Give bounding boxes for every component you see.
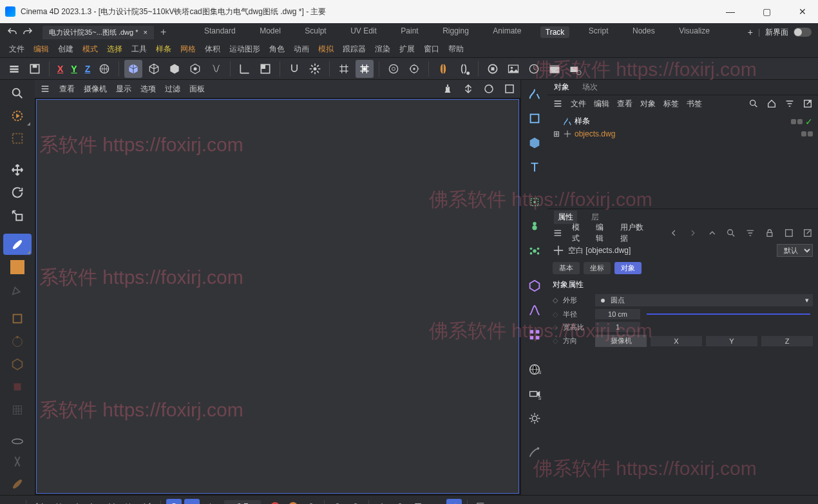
render-picture-icon[interactable] (504, 60, 522, 78)
cube-wire-icon[interactable] (145, 60, 163, 78)
poly-mode-icon[interactable] (3, 377, 32, 398)
material-icon[interactable] (524, 443, 545, 463)
layout-standard[interactable]: Standard (199, 26, 241, 38)
layout-animate[interactable]: Animate (488, 26, 526, 38)
document-tab[interactable]: 电力设计院35~...图纸 .dwg * × (43, 26, 154, 39)
layout-add-button[interactable]: + (748, 27, 753, 37)
new-tab-button[interactable]: + (154, 26, 173, 38)
key-settings-icon[interactable] (303, 499, 319, 504)
axis-y-toggle[interactable]: Y (68, 64, 79, 74)
render-view-icon[interactable] (484, 60, 502, 78)
layout-track[interactable]: Track (540, 26, 570, 38)
vp-menu-view[interactable]: 查看 (59, 84, 75, 95)
prev-key-icon[interactable] (50, 499, 65, 504)
vp-menu-camera[interactable]: 摄像机 (84, 84, 107, 95)
world-axis-icon[interactable] (95, 60, 113, 78)
symmetry-icon[interactable] (434, 60, 452, 78)
menu-tools[interactable]: 工具 (131, 44, 147, 55)
render-settings-icon[interactable] (405, 60, 423, 78)
attr-forward-icon[interactable] (688, 228, 698, 238)
preset-select[interactable]: 默认 (777, 244, 813, 257)
menu-file[interactable]: 文件 (9, 44, 24, 55)
point-snap-icon[interactable] (356, 60, 374, 78)
key-param-icon[interactable] (410, 499, 426, 504)
radius-slider[interactable] (647, 313, 810, 315)
tab-takes[interactable]: 场次 (582, 82, 598, 93)
vp-menu-filter[interactable]: 过滤 (165, 84, 180, 95)
tab-object[interactable]: 对象 (554, 82, 569, 93)
menu-mesh[interactable]: 网格 (180, 44, 196, 55)
vp-menu-options[interactable]: 选项 (140, 84, 156, 95)
fcurve-icon[interactable] (473, 499, 488, 504)
minimize-button[interactable]: — (720, 6, 741, 17)
clapper-settings-icon[interactable] (566, 60, 584, 78)
orient-y-button[interactable]: Y (706, 336, 757, 346)
visibility-check-icon[interactable]: ✓ (805, 117, 813, 127)
rectangle-icon[interactable] (524, 108, 545, 129)
light-icon[interactable]: ST (524, 384, 545, 404)
expand-icon[interactable]: ⊞ (553, 129, 560, 138)
subdivision-icon[interactable] (186, 60, 204, 78)
vp-pan-icon[interactable] (442, 83, 453, 95)
scale-tool-icon[interactable] (3, 205, 32, 226)
orient-x-button[interactable]: X (651, 336, 702, 346)
magnet-icon[interactable] (285, 60, 303, 78)
layout-script[interactable]: Script (584, 26, 614, 38)
layout-visualize[interactable]: Visualize (674, 26, 715, 38)
menu-volume[interactable]: 体积 (205, 44, 220, 55)
layout-paint[interactable]: Paint (395, 26, 423, 38)
obj-menu-object[interactable]: 对象 (640, 98, 656, 109)
generator-icon[interactable] (524, 216, 545, 237)
spline-pen-icon[interactable] (524, 84, 545, 104)
attr-menu-userdata[interactable]: 用户数据 (620, 222, 651, 244)
ratio-input[interactable]: 1 (595, 322, 640, 332)
layer-color-icon[interactable] (3, 256, 32, 277)
attr-menu-edit[interactable]: 编辑 (596, 222, 611, 244)
key-pos-icon[interactable] (330, 499, 345, 504)
autokey-record-icon[interactable] (285, 499, 301, 504)
attr-search-icon[interactable] (726, 228, 736, 238)
autokey-icon[interactable]: A (184, 499, 200, 504)
menu-help[interactable]: 帮助 (448, 44, 464, 55)
obj-menu-bookmarks[interactable]: 书签 (687, 98, 702, 109)
vp-menu-panel[interactable]: 面板 (189, 84, 205, 95)
attr-burger-icon[interactable] (553, 228, 563, 238)
rect-select-icon[interactable] (3, 128, 32, 149)
cloner-icon[interactable] (524, 241, 545, 261)
maximize-button[interactable]: ▢ (756, 6, 777, 17)
vp-zoom-icon[interactable] (462, 83, 474, 95)
undo-icon[interactable] (6, 26, 18, 38)
menu-simulate[interactable]: 模拟 (318, 44, 334, 55)
keyframe-dot-icon[interactable]: ◇ (553, 323, 559, 331)
symmetry-settings-icon[interactable] (455, 60, 473, 78)
subtab-coord[interactable]: 坐标 (584, 262, 611, 274)
panel-home-icon[interactable] (766, 98, 777, 109)
menu-window[interactable]: 窗口 (424, 44, 439, 55)
record-icon[interactable] (267, 499, 283, 504)
radius-input[interactable]: 10 cm (595, 309, 640, 319)
layout-nodes[interactable]: Nodes (627, 26, 660, 38)
deformer-icon[interactable] (207, 60, 225, 78)
menu-mograph[interactable]: 运动图形 (229, 44, 260, 55)
keyframe-dot-icon[interactable]: ◇ (553, 296, 559, 304)
object-tree[interactable]: 样条 ✓ ⊞ objects.dwg (547, 112, 818, 209)
menu-create[interactable]: 创建 (58, 44, 73, 55)
cube-primitive-icon[interactable] (124, 60, 142, 78)
vp-rotate-icon[interactable] (483, 83, 495, 95)
obj-menu-tags[interactable]: 标签 (663, 98, 679, 109)
redo-icon[interactable] (22, 26, 33, 38)
key-linear-icon[interactable] (428, 499, 444, 504)
rotate-tool-icon[interactable] (3, 182, 32, 203)
close-button[interactable]: ✕ (792, 6, 813, 17)
menu-character[interactable]: 角色 (269, 44, 285, 55)
orient-z-button[interactable]: Z (761, 336, 813, 346)
mograph-icon[interactable] (524, 324, 545, 345)
attr-popout-icon[interactable] (803, 228, 813, 238)
new-ui-toggle[interactable] (794, 28, 812, 37)
loop-icon[interactable] (166, 499, 182, 504)
attr-new-icon[interactable] (784, 228, 794, 238)
goto-end-icon[interactable] (140, 499, 155, 504)
menu-render[interactable]: 渲染 (375, 44, 390, 55)
panel-burger-icon[interactable] (553, 98, 563, 109)
workplane-icon[interactable] (3, 428, 32, 449)
